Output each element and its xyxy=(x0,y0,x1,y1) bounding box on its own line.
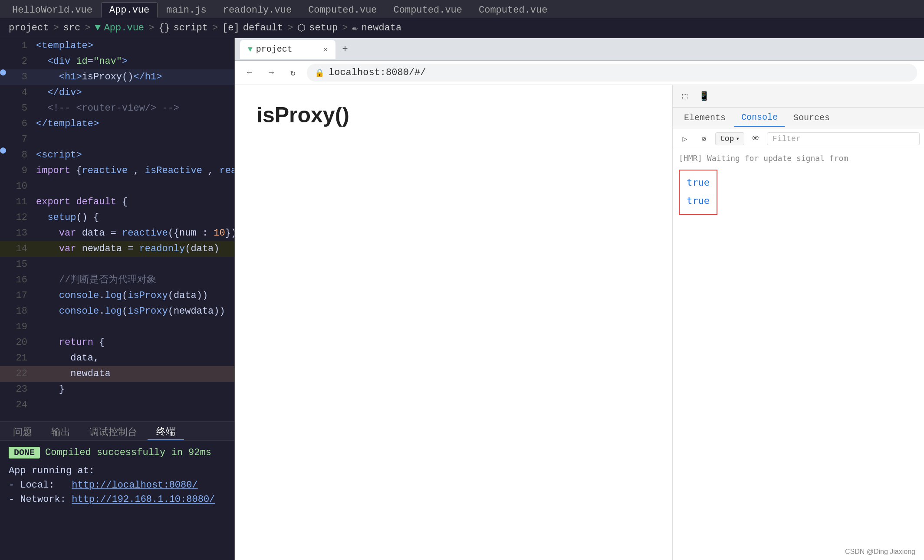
reload-button[interactable]: ↻ xyxy=(285,65,301,81)
console-stop-button[interactable]: ⊘ xyxy=(696,131,712,147)
term-tab-label: 问题 xyxy=(13,426,32,439)
line-content-11: export default { xyxy=(36,194,234,210)
eye-button[interactable]: 👁 xyxy=(748,131,763,147)
filter-input[interactable]: Filter xyxy=(767,132,920,145)
local-label: - Local: xyxy=(9,480,55,491)
code-line-11: 11 export default { xyxy=(0,194,234,210)
tab-computed3[interactable]: Computed.vue xyxy=(471,2,555,18)
code-line-15: 15 xyxy=(0,257,234,272)
line-content-6: </template> xyxy=(36,116,234,132)
terminal-panel: 问题 输出 调试控制台 终端 DONE Compiled successfull… xyxy=(0,421,234,560)
console-value-2: true xyxy=(687,195,710,206)
dt-tab-console[interactable]: Console xyxy=(734,109,785,127)
term-tab-debug[interactable]: 调试控制台 xyxy=(81,424,146,440)
terminal-local-line: - Local: http://localhost:8080/ xyxy=(9,480,226,491)
breadcrumb-sep1: > xyxy=(53,23,59,33)
tab-label: Computed.vue xyxy=(308,5,377,16)
browser-panel: ▼ project ✕ + ← → ↻ 🔒 localhost:8080/#/ xyxy=(234,38,924,560)
line-num-18: 18 xyxy=(8,304,36,319)
forward-button[interactable]: → xyxy=(263,65,279,81)
line-num-19: 19 xyxy=(8,319,36,335)
code-editor: 1 <template> 2 <div id="nav"> 3 <h1>isPr… xyxy=(0,38,234,560)
term-tab-terminal[interactable]: 终端 xyxy=(148,424,184,440)
browser-tab-title: project xyxy=(256,44,293,54)
line-content-20: return { xyxy=(36,335,234,350)
terminal-running-line: App running at: xyxy=(9,465,226,476)
network-url[interactable]: http://192.168.1.10:8080/ xyxy=(72,494,215,505)
network-label: - Network: xyxy=(9,494,66,505)
line-num-17: 17 xyxy=(8,288,36,304)
line-indicator-8 xyxy=(0,147,8,154)
line-content-1: <template> xyxy=(36,38,234,54)
tab-helloworld[interactable]: HelloWorld.vue xyxy=(4,2,100,18)
browser-address-bar: ← → ↻ 🔒 localhost:8080/#/ xyxy=(235,61,924,85)
running-text: App running at: xyxy=(9,465,95,476)
browser-main: isProxy() ⬚ 📱 Elements xyxy=(235,85,924,560)
term-tab-output[interactable]: 输出 xyxy=(43,424,79,440)
line-content-22: newdata xyxy=(36,366,234,382)
line-num-14: 14 xyxy=(8,241,36,257)
code-line-8: 8 <script> xyxy=(0,147,234,163)
line-content-23: } xyxy=(36,382,234,397)
line-num-22: 22 xyxy=(8,366,36,382)
console-value-1: true xyxy=(687,177,710,188)
line-content-12: setup() { xyxy=(36,210,234,226)
page-heading: isProxy() xyxy=(256,102,651,128)
local-url[interactable]: http://localhost:8080/ xyxy=(72,480,197,491)
browser-tab-close-icon[interactable]: ✕ xyxy=(323,45,328,54)
line-num-24: 24 xyxy=(8,397,36,413)
tab-label: Computed.vue xyxy=(394,5,462,16)
line-num-11: 11 xyxy=(8,194,36,210)
tab-computed2[interactable]: Computed.vue xyxy=(386,2,470,18)
breadcrumb-default[interactable]: default xyxy=(243,23,283,33)
tab-computed1[interactable]: Computed.vue xyxy=(300,2,385,18)
line-num-3: 3 xyxy=(8,69,36,85)
dt-tab-sources[interactable]: Sources xyxy=(786,109,837,127)
line-num-7: 7 xyxy=(8,132,36,147)
breadcrumb-project[interactable]: project xyxy=(9,23,49,33)
devtools-toolbar: ⬚ 📱 xyxy=(673,85,924,108)
code-line-18: 18 console.log(isProxy(newdata)) xyxy=(0,304,234,319)
tab-label: Computed.vue xyxy=(479,5,547,16)
breadcrumb: project > src > ▼ App.vue > {} script > … xyxy=(0,18,924,38)
devtools-inspect-button[interactable]: ⬚ xyxy=(677,88,693,104)
code-line-2: 2 <div id="nav"> xyxy=(0,54,234,69)
code-line-4: 4 </div> xyxy=(0,85,234,101)
devtools-device-button[interactable]: 📱 xyxy=(696,88,712,104)
breadcrumb-setup[interactable]: setup xyxy=(309,23,338,33)
tab-mainjs[interactable]: main.js xyxy=(158,2,214,18)
new-tab-button[interactable]: + xyxy=(337,42,353,57)
back-button[interactable]: ← xyxy=(242,65,257,81)
tab-appvue[interactable]: App.vue xyxy=(101,2,158,18)
code-line-9: 9 import {reactive , isReactive , readon… xyxy=(0,163,234,179)
credit-text: CSDN @Ding Jiaxiong xyxy=(845,548,915,555)
breadcrumb-sep3: > xyxy=(148,23,154,33)
breadcrumb-script[interactable]: script xyxy=(174,23,208,33)
filter-placeholder: Filter xyxy=(773,134,801,143)
console-clear-button[interactable]: ▷ xyxy=(677,131,693,147)
dt-tab-elements[interactable]: Elements xyxy=(677,109,733,127)
code-line-17: 17 console.log(isProxy(data)) xyxy=(0,288,234,304)
line-num-20: 20 xyxy=(8,335,36,350)
breadcrumb-appvue[interactable]: App.vue xyxy=(104,23,144,33)
tab-readonly[interactable]: readonly.vue xyxy=(215,2,299,18)
tab-label: HelloWorld.vue xyxy=(12,5,92,16)
term-tab-problems[interactable]: 问题 xyxy=(4,424,41,440)
context-select[interactable]: top ▾ xyxy=(715,132,744,145)
compiled-text: Compiled successfully in 92ms xyxy=(45,447,211,458)
breadcrumb-sep6: > xyxy=(342,23,348,33)
browser-tab[interactable]: ▼ project ✕ xyxy=(240,40,335,59)
hmr-message: [HMR] Waiting for update signal from xyxy=(679,154,918,163)
line-num-2: 2 xyxy=(8,54,36,69)
line-content-13: var data = reactive({num : 10}) xyxy=(36,226,234,241)
inspect-icon: ⬚ xyxy=(682,91,687,102)
address-input[interactable]: 🔒 localhost:8080/#/ xyxy=(307,64,917,82)
code-line-21: 21 data, xyxy=(0,350,234,366)
context-select-label: top xyxy=(720,134,734,143)
breadcrumb-src[interactable]: src xyxy=(63,23,81,33)
breadcrumb-newdata[interactable]: newdata xyxy=(362,23,401,33)
code-line-22: 22 newdata xyxy=(0,366,234,382)
terminal-tabs: 问题 输出 调试控制台 终端 xyxy=(0,422,234,441)
line-indicator-3 xyxy=(0,69,8,75)
breadcrumb-default-icon: [e] xyxy=(222,23,240,33)
